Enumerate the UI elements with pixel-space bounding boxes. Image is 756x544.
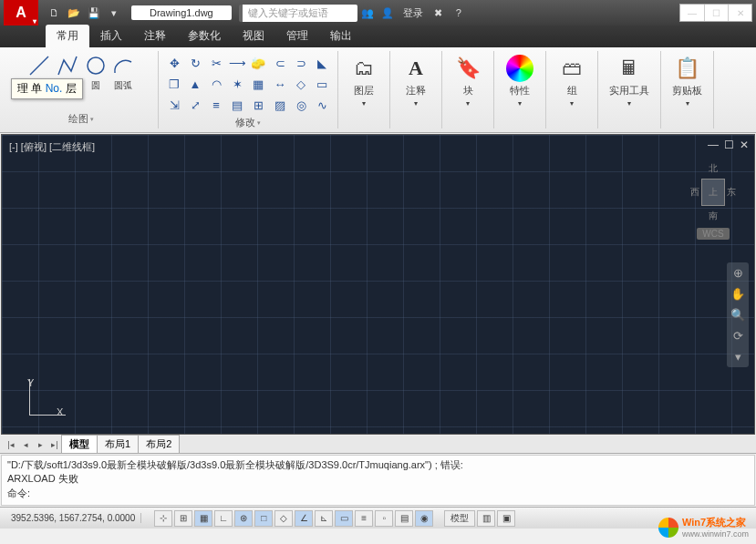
layout-next-icon[interactable]: ▸ [33,437,47,452]
explode-icon[interactable]: ✶ [227,74,247,94]
move-icon[interactable]: ✥ [164,53,184,73]
qp-icon[interactable]: ▤ [395,510,413,527]
viewport-label[interactable]: [-] [俯视] [二维线框] [9,140,95,154]
utilities-button[interactable]: 🖩 实用工具▾ [604,53,655,109]
grid-icon[interactable]: ▦ [194,510,212,527]
chamfer-icon[interactable]: ◣ [312,53,332,73]
maximize-button[interactable]: ☐ [704,5,728,21]
extend-icon[interactable]: ⟶ [227,53,247,73]
layout-tab-2[interactable]: 布局2 [138,435,180,454]
viewcube[interactable]: 北 西 上 东 南 WCS [690,162,736,226]
help-icon[interactable]: ? [450,4,468,22]
watermark: Win7系统之家 www.winwin7.com [658,516,749,539]
showmotion-icon[interactable]: ▾ [735,350,741,364]
layout-last-icon[interactable]: ▸| [47,437,62,452]
pedit-icon[interactable]: ◇ [291,74,311,94]
app-menu-button[interactable]: A [4,0,38,26]
qat-dropdown-icon[interactable]: ▾ [105,4,123,22]
panel-layers: 🗂 图层▾ [338,51,390,128]
panel-label-draw[interactable]: 绘图 [68,111,94,127]
new-icon[interactable]: 🗋 [45,4,63,22]
tab-parametric[interactable]: 参数化 [177,25,232,47]
tpy-icon[interactable]: ▫ [375,510,393,527]
viewcube-face[interactable]: 上 [701,179,725,206]
rotate-icon[interactable]: ↻ [185,53,205,73]
offset-icon[interactable]: ≡ [206,95,226,115]
lengthen-icon[interactable]: ↔ [270,74,290,94]
panel-label-modify[interactable]: 修改 [235,115,261,130]
panel-modify: ✥ ↻ ✂ ⟶ 🧽 ❐ ▲ ◠ ✶ ▦ ⇲ ⤢ ≡ ▤ ⊞ ⊂ ⊃ ◣ ↔ [159,51,338,128]
spline-icon[interactable]: ∿ [312,95,332,115]
search-input[interactable]: 键入关键字或短语 [239,5,357,22]
polar-icon[interactable]: ⊛ [234,510,253,527]
tab-home[interactable]: 常用 [46,25,89,47]
snap-icon[interactable]: ⊞ [174,510,192,527]
pan-icon[interactable]: ✋ [730,287,745,301]
rectarray-icon[interactable]: ▤ [227,95,247,115]
tab-output[interactable]: 输出 [319,25,363,47]
vp-close-icon[interactable]: ✕ [740,139,749,151]
annotate-button[interactable]: A 注释▾ [396,53,436,109]
minimize-button[interactable]: — [680,5,704,21]
close-button[interactable]: ✕ [728,5,751,21]
save-icon[interactable]: 💾 [85,4,103,22]
tool-circle[interactable]: 圆 [83,53,109,92]
region-icon[interactable]: ▭ [312,74,332,94]
break-icon[interactable]: ⊃ [291,53,311,73]
lwt-icon[interactable]: ≡ [355,510,373,527]
fullnav-icon[interactable]: ⊕ [733,266,743,280]
erase-icon[interactable]: 🧽 [248,53,268,73]
join-icon[interactable]: ⊂ [270,53,290,73]
zoom-icon[interactable]: 🔍 [730,308,745,322]
ortho-icon[interactable]: ∟ [214,510,233,527]
copy-icon[interactable]: ❐ [164,74,184,94]
group-icon: 🗃 [558,55,585,82]
tool-arc[interactable]: 圆弧 [110,53,136,92]
open-icon[interactable]: 📂 [65,4,83,22]
coordinate-readout[interactable]: 3952.5396, 1567.2754, 0.0000 [5,513,141,523]
otrack-icon[interactable]: ∠ [295,510,313,527]
layout-tab-1[interactable]: 布局1 [97,435,139,454]
user-icon[interactable]: 👤 [378,4,397,22]
clipboard-button[interactable]: 📋 剪贴板▾ [667,53,708,109]
vp-minimize-icon[interactable]: — [708,139,719,151]
trim-icon[interactable]: ✂ [206,53,226,73]
exchange-icon[interactable]: ✖ [430,4,448,22]
login-link[interactable]: 登录 [403,6,423,20]
vp-maximize-icon[interactable]: ☐ [724,139,734,151]
properties-button[interactable]: 特性▾ [500,53,540,109]
tab-insert[interactable]: 插入 [89,25,133,47]
mirror-icon[interactable]: ▲ [185,74,205,94]
fillet-icon[interactable]: ◠ [206,74,226,94]
boundary-icon[interactable]: ◎ [291,95,311,115]
modelspace-toggle[interactable]: 模型 [444,510,475,527]
cmd-history-2: ARXLOAD 失败 [7,472,749,486]
block-button[interactable]: 🔖 块▾ [448,53,488,109]
orbit-icon[interactable]: ⟳ [733,329,743,343]
tab-annotate[interactable]: 注释 [133,25,177,47]
quickview-layouts-icon[interactable]: ▥ [477,510,495,527]
tab-manage[interactable]: 管理 [275,25,319,47]
array-icon[interactable]: ▦ [248,74,268,94]
hatch-icon[interactable]: ▨ [270,95,290,115]
layout-tab-model[interactable]: 模型 [61,435,98,454]
stretch-icon[interactable]: ⇲ [164,95,184,115]
layout-first-icon[interactable]: |◂ [4,437,18,452]
dyn-icon[interactable]: ▭ [335,510,353,527]
layers-button[interactable]: 🗂 图层▾ [344,53,384,109]
command-line[interactable]: "D:/下载/soft1/3d3s9.0最新全模块破解版/3d3s9.0最新全模… [1,455,755,506]
sc-icon[interactable]: ◉ [415,510,433,527]
layout-prev-icon[interactable]: ◂ [18,437,33,452]
wcs-label[interactable]: WCS [697,228,729,240]
drawing-canvas[interactable]: [-] [俯视] [二维线框] — ☐ ✕ 北 西 上 东 南 WCS ⊕ ✋ … [1,134,755,435]
osnap-icon[interactable]: □ [254,510,273,527]
infocenter-icon[interactable]: 👥 [358,4,377,22]
3dosnap-icon[interactable]: ◇ [274,510,293,527]
infer-icon[interactable]: ⊹ [154,510,172,527]
tab-view[interactable]: 视图 [232,25,275,47]
quickview-dwg-icon[interactable]: ▣ [497,510,515,527]
ducs-icon[interactable]: ⊾ [315,510,333,527]
scale-icon[interactable]: ⤢ [185,95,205,115]
align-icon[interactable]: ⊞ [248,95,268,115]
group-button[interactable]: 🗃 组▾ [552,53,592,109]
